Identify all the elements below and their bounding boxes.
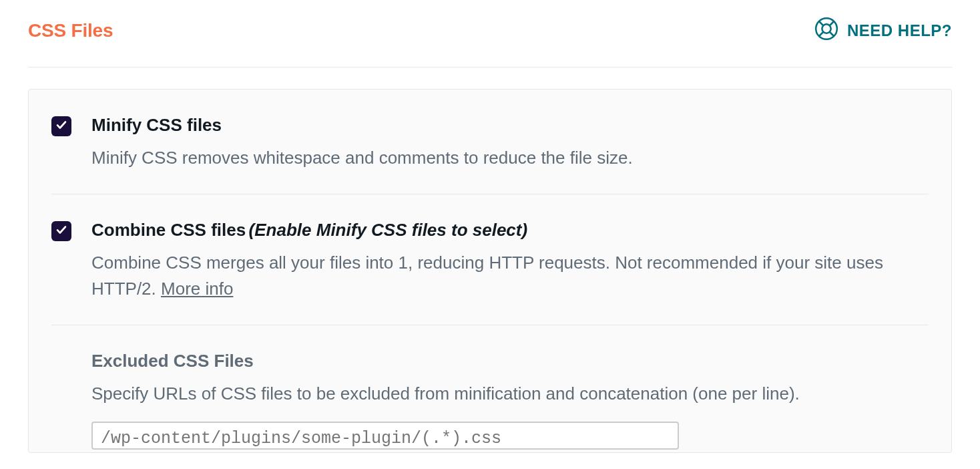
lifebuoy-icon — [814, 16, 839, 45]
combine-css-checkbox[interactable] — [51, 221, 71, 241]
option-row-excluded: Excluded CSS Files Specify URLs of CSS f… — [51, 325, 929, 452]
checkmark-icon — [55, 224, 67, 239]
minify-css-label: Minify CSS files — [91, 115, 929, 136]
need-help-label: NEED HELP? — [847, 21, 952, 40]
need-help-link[interactable]: NEED HELP? — [814, 16, 952, 45]
svg-line-3 — [830, 32, 834, 36]
combine-css-description: Combine CSS merges all your files into 1… — [91, 250, 929, 302]
svg-line-5 — [819, 32, 823, 36]
more-info-link[interactable]: More info — [161, 279, 233, 299]
excluded-title: Excluded CSS Files — [91, 351, 929, 371]
excluded-description: Specify URLs of CSS files to be excluded… — [91, 381, 929, 407]
combine-css-label-line: Combine CSS files (Enable Minify CSS fil… — [91, 220, 929, 241]
svg-point-1 — [822, 24, 830, 33]
svg-line-2 — [819, 21, 823, 25]
settings-panel: Minify CSS files Minify CSS removes whit… — [28, 89, 952, 453]
option-row-minify: Minify CSS files Minify CSS removes whit… — [51, 90, 929, 194]
minify-css-checkbox[interactable] — [51, 116, 71, 136]
excluded-css-textarea[interactable] — [91, 422, 679, 450]
section-title: CSS Files — [28, 20, 113, 41]
combine-css-note: (Enable Minify CSS files to select) — [249, 220, 528, 240]
option-row-combine: Combine CSS files (Enable Minify CSS fil… — [51, 194, 929, 325]
section-header: CSS Files NEED HELP? — [28, 16, 952, 67]
checkmark-icon — [55, 119, 67, 134]
svg-line-4 — [830, 21, 834, 25]
minify-css-description: Minify CSS removes whitespace and commen… — [91, 145, 929, 171]
combine-css-label: Combine CSS files — [91, 220, 246, 240]
